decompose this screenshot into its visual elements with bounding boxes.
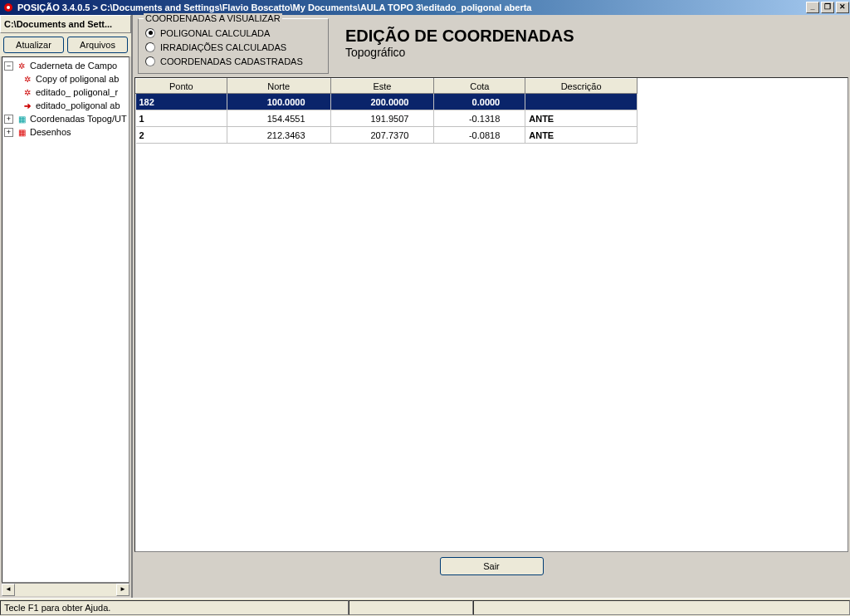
cell-desc[interactable]: ANTE xyxy=(525,110,638,127)
window-controls: _ ❐ ✕ xyxy=(804,2,849,13)
cell-cota[interactable]: 0.0000 xyxy=(434,94,525,110)
arquivos-button[interactable]: Arquivos xyxy=(67,37,128,53)
svg-point-1 xyxy=(7,6,10,9)
radio-icon xyxy=(145,56,155,66)
page-title: EDIÇÃO DE COORDENADAS xyxy=(345,27,574,46)
cell-este[interactable]: 207.7370 xyxy=(330,127,434,144)
status-cell-3 xyxy=(473,600,850,615)
gears-icon: ✲ xyxy=(22,73,33,85)
tree-root[interactable]: − ✲ Caderneta de Campo xyxy=(2,59,129,72)
coordinates-table-wrap: Ponto Norte Este Cota Descrição 182100.0… xyxy=(134,77,848,552)
statusbar: Tecle F1 para obter Ajuda. xyxy=(0,598,850,616)
content-pane: COORDENADAS A VISUALIZAR POLIGONAL CALCU… xyxy=(133,15,850,598)
tree-desenhos[interactable]: + ▦ Desenhos xyxy=(2,125,129,139)
status-help-text: Tecle F1 para obter Ajuda. xyxy=(0,600,349,615)
expand-icon[interactable]: + xyxy=(4,115,13,124)
cell-cota[interactable]: -0.1318 xyxy=(434,110,525,127)
tree-item[interactable]: ✲ Copy of poligonal ab xyxy=(2,72,129,86)
cell-cota[interactable]: -0.0818 xyxy=(434,127,525,144)
sidebar: C:\Documents and Sett... Atualizar Arqui… xyxy=(0,15,133,598)
cell-ponto[interactable]: 2 xyxy=(136,127,227,144)
tree-hscrollbar[interactable]: ◄ ► xyxy=(2,583,129,596)
cell-norte[interactable]: 212.3463 xyxy=(227,127,330,144)
atualizar-button[interactable]: Atualizar xyxy=(3,37,64,53)
cell-desc[interactable] xyxy=(525,94,638,110)
cell-norte[interactable]: 154.4551 xyxy=(227,110,330,127)
arrow-right-icon: ➔ xyxy=(22,100,33,111)
radio-irradiacoes-calculadas[interactable]: IRRADIAÇÕES CALCULADAS xyxy=(145,40,321,54)
tree-item[interactable]: ✲ editado_ poligonal_r xyxy=(2,86,129,99)
cell-desc[interactable]: ANTE xyxy=(525,127,638,144)
drawing-icon: ▦ xyxy=(16,126,27,138)
col-cota[interactable]: Cota xyxy=(434,79,525,94)
scroll-left-icon[interactable]: ◄ xyxy=(2,584,15,596)
group-legend: COORDENADAS A VISUALIZAR xyxy=(144,13,282,23)
radio-poligonal-calculada[interactable]: POLIGONAL CALCULADA xyxy=(145,26,321,40)
page-subtitle: Topográfico xyxy=(345,46,574,59)
table-row[interactable]: 182100.0000200.00000.0000 xyxy=(136,94,638,110)
col-este[interactable]: Este xyxy=(330,79,434,94)
close-button[interactable]: ✕ xyxy=(836,2,849,13)
sidebar-path-label: C:\Documents and Sett... xyxy=(0,15,131,33)
titlebar: POSIÇÃO 3.4.0.5 > C:\Documents and Setti… xyxy=(0,0,850,15)
coord-visualizar-group: COORDENADAS A VISUALIZAR POLIGONAL CALCU… xyxy=(138,18,329,74)
tree-coordenadas[interactable]: + ▦ Coordenadas Topog/UT xyxy=(2,112,129,125)
cell-este[interactable]: 200.0000 xyxy=(330,94,434,110)
table-row[interactable]: 1154.4551191.9507-0.1318ANTE xyxy=(136,110,638,127)
window-title: POSIÇÃO 3.4.0.5 > C:\Documents and Setti… xyxy=(17,2,531,12)
minimize-button[interactable]: _ xyxy=(806,2,819,13)
grid-icon: ▦ xyxy=(16,113,27,125)
cell-ponto[interactable]: 1 xyxy=(136,110,227,127)
collapse-icon[interactable]: − xyxy=(4,61,13,71)
project-tree[interactable]: − ✲ Caderneta de Campo ✲ Copy of poligon… xyxy=(2,56,129,583)
status-cell-2 xyxy=(349,600,473,615)
expand-icon[interactable]: + xyxy=(4,128,13,137)
table-row[interactable]: 2212.3463207.7370-0.0818ANTE xyxy=(136,127,638,144)
cell-ponto[interactable]: 182 xyxy=(136,94,227,110)
scroll-track[interactable] xyxy=(15,584,116,596)
tree-item-active[interactable]: ➔ editado_poligonal ab xyxy=(2,99,129,112)
col-norte[interactable]: Norte xyxy=(227,79,330,94)
col-descricao[interactable]: Descrição xyxy=(525,79,638,94)
maximize-button[interactable]: ❐ xyxy=(821,2,834,13)
radio-icon xyxy=(145,28,155,38)
radio-icon xyxy=(145,42,155,52)
col-ponto[interactable]: Ponto xyxy=(136,79,227,94)
scroll-right-icon[interactable]: ► xyxy=(116,584,129,596)
cell-este[interactable]: 191.9507 xyxy=(330,110,434,127)
sair-button[interactable]: Sair xyxy=(440,557,544,575)
cell-norte[interactable]: 100.0000 xyxy=(227,94,330,110)
gears-icon: ✲ xyxy=(22,86,33,98)
radio-coordenadas-cadastradas[interactable]: COORDENADAS CADASTRADAS xyxy=(145,54,321,68)
app-icon xyxy=(2,2,14,13)
gears-icon: ✲ xyxy=(16,60,27,71)
coordinates-table[interactable]: Ponto Norte Este Cota Descrição 182100.0… xyxy=(135,78,638,144)
